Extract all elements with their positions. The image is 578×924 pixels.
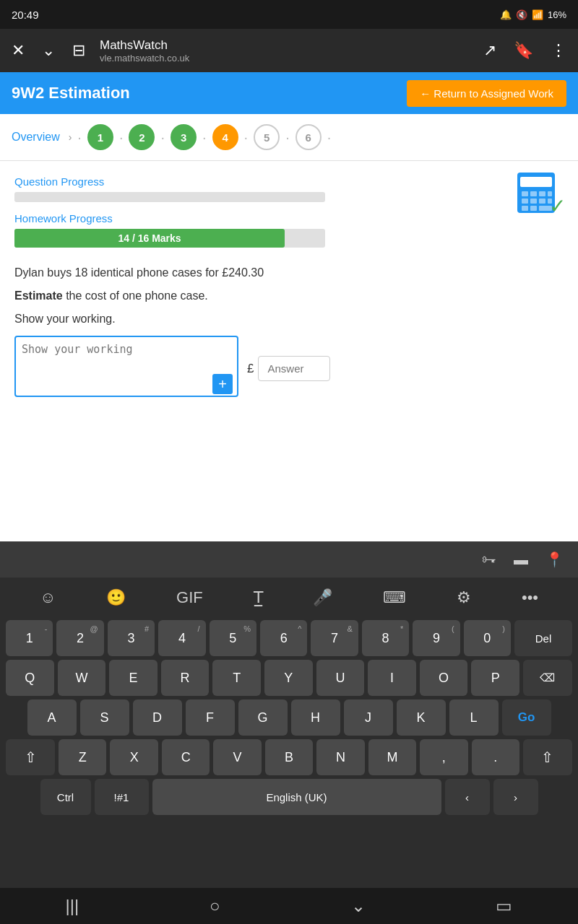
more-icon[interactable]: ••• (522, 588, 538, 607)
key-u[interactable]: U (316, 660, 365, 696)
key-c[interactable]: C (162, 739, 210, 775)
key-period[interactable]: . (472, 739, 519, 775)
zxcv-row: ⇧ Z X C V B N M , . ⇧ (6, 739, 572, 775)
key-v[interactable]: V (213, 739, 261, 775)
key-m[interactable]: M (368, 739, 416, 775)
close-icon[interactable]: ✕ (9, 38, 27, 63)
time: 20:49 (12, 9, 39, 21)
nav-arrow-1: › (69, 131, 72, 143)
del-key[interactable]: Del (514, 620, 572, 656)
key-0[interactable]: )0 (464, 620, 511, 656)
smiley-icon[interactable]: ☺ (40, 588, 56, 607)
mic-icon[interactable]: 🎤 (313, 588, 332, 607)
bookmark-icon[interactable]: 🔖 (511, 38, 536, 63)
svg-rect-11 (530, 206, 537, 211)
location-icon[interactable]: 📍 (545, 551, 564, 568)
return-to-assigned-work-button[interactable]: ← Return to Assigned Work (407, 80, 566, 107)
key-icon[interactable]: 🗝 (482, 552, 496, 568)
key-i[interactable]: I (368, 660, 416, 696)
add-image-button[interactable]: + (212, 374, 233, 394)
key-r[interactable]: R (161, 660, 210, 696)
share-icon[interactable]: ↗ (480, 38, 499, 63)
bottom-row: Ctrl !#1 English (UK) ‹ › (6, 779, 572, 815)
svg-rect-10 (522, 206, 528, 211)
number-row: -1 @2 #3 /4 %5 ^6 &7 *8 (9 )0 Del (6, 620, 572, 656)
chevron-down-icon[interactable]: ⌄ (39, 38, 58, 63)
tab-6[interactable]: 6 (296, 124, 322, 150)
nav-dot-1: · (119, 130, 124, 144)
key-5[interactable]: %5 (210, 620, 256, 656)
key-1[interactable]: -1 (6, 620, 53, 656)
key-b[interactable]: B (265, 739, 313, 775)
question-bold: Estimate (14, 289, 63, 302)
shift-key-left[interactable]: ⇧ (6, 739, 55, 775)
tab-3[interactable]: 3 (171, 124, 197, 150)
key-6[interactable]: ^6 (260, 620, 307, 656)
key-f[interactable]: F (186, 699, 235, 736)
key-2[interactable]: @2 (56, 620, 103, 656)
arrow-right-key[interactable]: › (493, 779, 538, 815)
key-4[interactable]: /4 (158, 620, 205, 656)
home-nav-icon[interactable]: ○ (210, 896, 220, 916)
svg-rect-3 (530, 191, 537, 196)
key-y[interactable]: Y (264, 660, 313, 696)
answer-input[interactable] (258, 356, 330, 381)
key-g[interactable]: G (238, 699, 288, 736)
key-j[interactable]: J (344, 699, 393, 736)
key-z[interactable]: Z (59, 739, 106, 775)
answer-area: £ (247, 356, 330, 381)
key-d[interactable]: D (133, 699, 182, 736)
shift-key-right[interactable]: ⇧ (523, 739, 572, 775)
arrow-left-key[interactable]: ‹ (445, 779, 490, 815)
key-9[interactable]: (9 (413, 620, 460, 656)
more-icon[interactable]: ⋮ (548, 38, 569, 63)
settings-icon[interactable]: ⚙ (457, 588, 471, 607)
key-a[interactable]: A (27, 699, 77, 736)
working-area: + £ (14, 336, 564, 400)
key-x[interactable]: X (110, 739, 158, 775)
space-key[interactable]: English (UK) (152, 779, 441, 815)
keyboard-emoji-row: ☺ 🙂 GIF T̲ 🎤 ⌨ ⚙ ••• (0, 578, 578, 617)
browser-title: MathsWatch vle.mathswatch.co.uk (100, 38, 469, 64)
key-n[interactable]: N (316, 739, 364, 775)
working-textarea[interactable] (14, 336, 238, 397)
key-o[interactable]: O (420, 660, 468, 696)
text-format-icon[interactable]: T̲ (254, 588, 263, 607)
key-k[interactable]: K (397, 699, 446, 736)
tab-4[interactable]: 4 (212, 124, 238, 150)
key-3[interactable]: #3 (108, 620, 155, 656)
tab-1[interactable]: 1 (87, 124, 113, 150)
ctrl-key[interactable]: Ctrl (40, 779, 91, 815)
sticker-icon[interactable]: 🙂 (106, 588, 126, 607)
key-e[interactable]: E (109, 660, 158, 696)
tablet-nav-icon[interactable]: ▭ (496, 896, 512, 916)
key-q[interactable]: Q (6, 660, 54, 696)
key-t[interactable]: T (212, 660, 261, 696)
key-8[interactable]: *8 (362, 620, 409, 656)
symbols-key[interactable]: !#1 (95, 779, 149, 815)
tab-2[interactable]: 2 (129, 124, 155, 150)
site-url: vle.mathswatch.co.uk (100, 53, 469, 64)
question-progress-label: Question Progress (14, 175, 564, 188)
site-name: MathsWatch (100, 38, 469, 53)
nav-dot-before-1: · (77, 130, 82, 144)
keyboard-icon[interactable]: ⌨ (383, 588, 406, 607)
overview-tab[interactable]: Overview (12, 131, 60, 144)
key-l[interactable]: L (449, 699, 499, 736)
tabs-icon[interactable]: ⊟ (69, 38, 88, 63)
go-key[interactable]: Go (502, 699, 551, 736)
key-h[interactable]: H (291, 699, 340, 736)
key-comma[interactable]: , (420, 739, 467, 775)
gif-icon[interactable]: GIF (176, 588, 203, 607)
key-p[interactable]: P (471, 660, 519, 696)
keyboard-keys: -1 @2 #3 /4 %5 ^6 &7 *8 (9 )0 Del Q W E … (0, 617, 578, 821)
key-7[interactable]: &7 (311, 620, 358, 656)
tab-5[interactable]: 5 (254, 124, 280, 150)
key-s[interactable]: S (80, 699, 129, 736)
browser-bar: ✕ ⌄ ⊟ MathsWatch vle.mathswatch.co.uk ↗ … (0, 29, 578, 72)
key-w[interactable]: W (58, 660, 106, 696)
menu-nav-icon[interactable]: ||| (65, 896, 79, 916)
back-nav-icon[interactable]: ⌄ (351, 896, 366, 916)
backspace-key[interactable]: ⌫ (523, 660, 572, 696)
credit-card-icon[interactable]: ▬ (514, 552, 528, 568)
